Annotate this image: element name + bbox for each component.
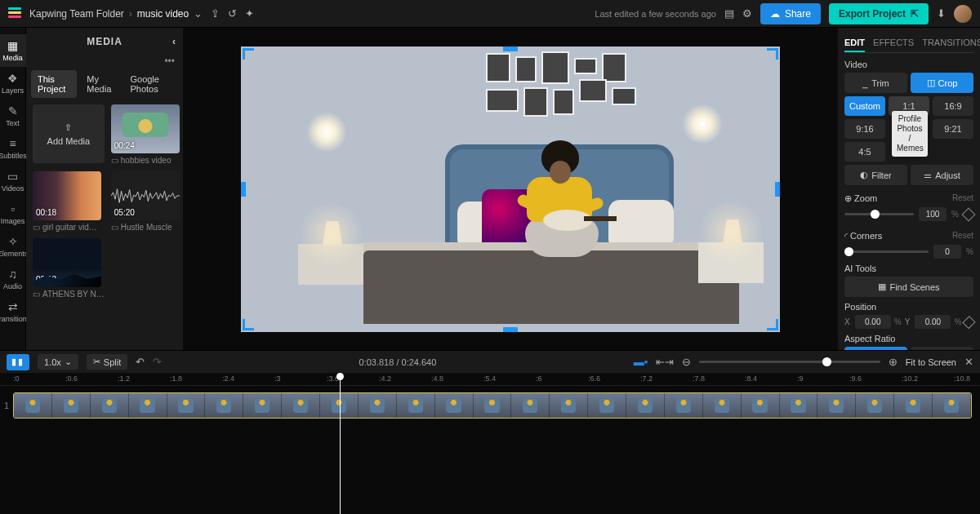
video-canvas[interactable] [241, 47, 780, 332]
crop-button[interactable]: ◫Crop [911, 73, 973, 93]
subtitles-icon: ≡ [9, 137, 16, 150]
corners-slider[interactable] [844, 250, 929, 253]
crop-icon: ◫ [927, 78, 935, 88]
video-clip[interactable] [13, 392, 972, 419]
crop-handle-tl[interactable] [243, 48, 254, 60]
media-tab-google-photos[interactable]: Google Photos [123, 70, 178, 98]
filter-button[interactable]: ◐Filter [844, 165, 907, 185]
rail-elements[interactable]: ✧Elements [0, 230, 26, 263]
breadcrumb-separator: › [129, 8, 132, 20]
layers-icon: ❖ [7, 72, 18, 85]
media-item[interactable]: 00:18 ▭girl guitar vid… [33, 171, 105, 232]
keyframe-icon[interactable] [962, 207, 976, 221]
last-edited-label: Last edited a few seconds ago [595, 9, 716, 19]
rail-text[interactable]: ✎Text [0, 100, 26, 132]
trim-button[interactable]: ⎯Trim [844, 73, 907, 93]
crop-handle-tr[interactable] [767, 48, 778, 60]
breadcrumb-project[interactable]: music video [137, 8, 189, 20]
adjust-icon: ⚌ [924, 170, 932, 180]
download-icon[interactable]: ⬇ [937, 7, 946, 20]
keyframe-icon[interactable] [963, 315, 976, 328]
media-item[interactable]: 05:20 ▭Hustle Muscle [111, 171, 180, 232]
tab-transitions[interactable]: TRANSITIONS [922, 34, 980, 52]
playhead[interactable] [340, 373, 341, 514]
ratio-4-5[interactable]: 4:5 [844, 142, 885, 162]
track-number: 1 [0, 401, 13, 410]
pos-y-input[interactable] [915, 315, 951, 329]
timeline: :0 :0.6 :1.2 :1.8 :2.4 :3 :3.6 :4.2 :4.8… [0, 373, 980, 514]
rail-subtitles[interactable]: ≡Subtitles [0, 132, 26, 165]
media-tab-my-media[interactable]: My Media [80, 70, 120, 98]
rail-images[interactable]: ▫Images [0, 197, 26, 230]
top-bar: Kapwing Team Folder › music video ⌄ ⇪ ↺ … [0, 0, 980, 28]
zoom-slider[interactable] [844, 213, 914, 215]
canvas-area [183, 28, 838, 350]
undo-icon[interactable]: ↶ [136, 356, 145, 368]
crop-handle-r[interactable] [775, 182, 780, 197]
share-button[interactable]: ☁Share [760, 3, 821, 24]
properties-panel: EDIT EFFECTS TRANSITIONS TIMING Video ⎯T… [838, 28, 980, 350]
ratio-9-16[interactable]: 9:16 [844, 119, 885, 139]
tab-effects[interactable]: EFFECTS [873, 34, 914, 52]
video-file-icon: ▭ [33, 223, 40, 232]
redo-icon[interactable]: ↷ [153, 356, 162, 368]
video-file-icon: ▭ [33, 290, 40, 299]
ratio-16-9[interactable]: 16:9 [933, 96, 973, 116]
comment-icon[interactable]: ▤ [724, 7, 734, 20]
collapse-panel-icon[interactable]: ‹ [172, 36, 176, 47]
fit-to-screen-button[interactable]: Fit to Screen [906, 357, 956, 367]
export-project-button[interactable]: Export Project⇱ [829, 3, 929, 24]
user-avatar[interactable] [954, 5, 972, 23]
find-scenes-button[interactable]: ▦Find Scenes [844, 277, 973, 297]
sparkle-icon[interactable]: ✦ [245, 7, 254, 20]
rail-audio[interactable]: ♫Audio [0, 263, 26, 295]
close-icon[interactable]: ✕ [964, 356, 973, 368]
add-media-button[interactable]: ⇧Add Media [33, 104, 105, 163]
crop-handle-br[interactable] [767, 319, 778, 330]
elements-icon: ✧ [8, 235, 18, 248]
media-item[interactable]: 00:24 ▭hobbies video [111, 104, 180, 165]
timeline-zoom-slider[interactable] [699, 361, 880, 363]
aspect-locked[interactable]: 🔒Locked [911, 347, 973, 350]
rail-layers[interactable]: ❖Layers [0, 67, 26, 100]
media-tab-this-project[interactable]: This Project [31, 70, 77, 98]
snap-icon[interactable]: ▬▪ [634, 356, 648, 368]
pos-x-input[interactable] [855, 315, 891, 329]
corners-reset[interactable]: Reset [952, 231, 973, 240]
pause-button[interactable]: ▮▮ [7, 354, 29, 370]
kapwing-logo[interactable] [8, 7, 21, 20]
zoom-icon: ⊕ [844, 193, 852, 203]
zoom-in-icon[interactable]: ⊕ [889, 356, 898, 368]
media-panel: MEDIA ‹ ••• This Project My Media Google… [26, 28, 183, 350]
trim-ends-icon[interactable]: ⇤⇥ [656, 356, 674, 368]
media-more-icon[interactable]: ••• [26, 55, 183, 70]
rail-videos[interactable]: ▭Videos [0, 165, 26, 197]
aspect-unlocked[interactable]: ⛶Unlocked [844, 347, 907, 350]
adjust-button[interactable]: ⚌Adjust [911, 165, 973, 185]
breadcrumb-folder[interactable]: Kapwing Team Folder [29, 8, 124, 20]
zoom-input[interactable] [919, 207, 947, 221]
media-item[interactable]: 00:13 ▭ATHENS BY N… [33, 238, 105, 299]
crop-handle-l[interactable] [241, 182, 246, 197]
rail-media[interactable]: ▦Media [0, 34, 26, 67]
corners-input[interactable] [933, 245, 961, 259]
history-icon[interactable]: ↺ [228, 7, 237, 20]
upload-icon[interactable]: ⇪ [211, 7, 220, 20]
chevron-down-icon[interactable]: ⌄ [194, 7, 203, 20]
ratio-custom[interactable]: Custom [844, 96, 885, 116]
zoom-out-icon[interactable]: ⊖ [682, 356, 691, 368]
crop-handle-bl[interactable] [243, 319, 254, 330]
crop-handle-t[interactable] [503, 47, 518, 51]
ratio-9-21[interactable]: 9:21 [933, 119, 973, 139]
video-section-label: Video [844, 60, 973, 69]
crop-handle-b[interactable] [503, 327, 518, 332]
tab-edit[interactable]: EDIT [844, 34, 865, 52]
pause-icon: ▮▮ [11, 357, 24, 367]
speed-button[interactable]: 1.0x ⌄ [38, 354, 78, 370]
filter-icon: ◐ [860, 170, 868, 180]
zoom-reset[interactable]: Reset [952, 193, 973, 202]
rail-transitions[interactable]: ⇄Transitions [0, 295, 26, 328]
gear-icon[interactable]: ⚙ [742, 7, 752, 20]
split-button[interactable]: ✂Split [87, 354, 127, 370]
timeline-ruler[interactable]: :0 :0.6 :1.2 :1.8 :2.4 :3 :3.6 :4.2 :4.8… [0, 373, 980, 386]
